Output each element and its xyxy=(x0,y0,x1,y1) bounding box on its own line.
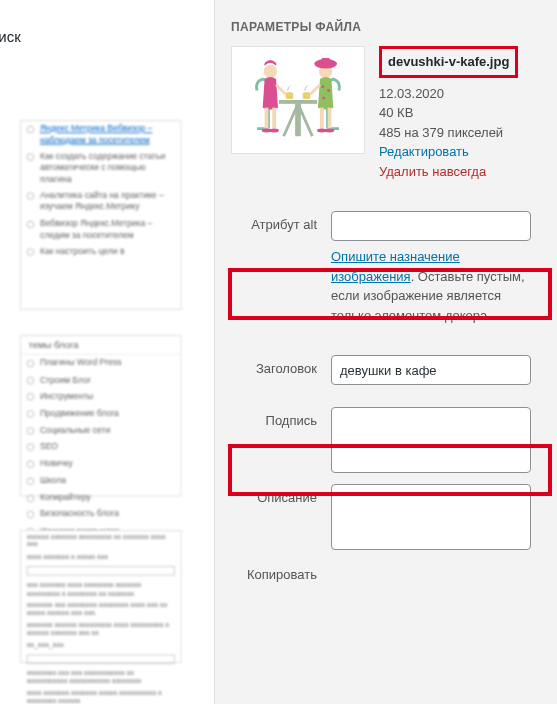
svg-rect-3 xyxy=(286,92,294,99)
svg-point-19 xyxy=(325,129,335,133)
description-input[interactable] xyxy=(331,484,531,550)
alt-input[interactable] xyxy=(331,211,531,241)
edit-image-link[interactable]: Редактировать xyxy=(379,142,518,162)
alt-label: Атрибут alt xyxy=(231,211,331,232)
svg-point-14 xyxy=(327,89,330,92)
file-info-row: devushki-v-kafe.jpg 12.03.2020 40 КВ 485… xyxy=(231,46,543,181)
title-row: Заголовок xyxy=(231,355,543,385)
delete-permanently-link[interactable]: Удалить навсегда xyxy=(379,162,518,182)
file-meta: devushki-v-kafe.jpg 12.03.2020 40 КВ 485… xyxy=(379,46,518,181)
alt-help-text: Опишите назначение изображения. Оставьте… xyxy=(331,247,531,325)
svg-point-13 xyxy=(321,85,324,88)
description-row: Описание xyxy=(231,484,543,553)
caption-label: Подпись xyxy=(231,407,331,428)
title-label: Заголовок xyxy=(231,355,331,376)
preview-block-2: темы блога Плагины Word Press Строим Бло… xyxy=(20,335,182,497)
svg-rect-6 xyxy=(265,108,269,129)
svg-point-9 xyxy=(269,129,279,133)
thumbnail-image-icon xyxy=(236,51,360,149)
copy-row: Копировать xyxy=(231,561,543,582)
alt-row: Атрибут alt Опишите назначение изображен… xyxy=(231,211,543,325)
file-date: 12.03.2020 xyxy=(379,84,518,104)
svg-point-5 xyxy=(264,65,277,78)
caption-input[interactable] xyxy=(331,407,531,473)
attachment-thumbnail[interactable] xyxy=(231,46,365,154)
svg-rect-4 xyxy=(303,92,311,99)
file-size: 40 КВ xyxy=(379,103,518,123)
preview-block-3: аааааа ааааааа ааааааааа аа ааааааа аааа… xyxy=(20,530,182,663)
left-preview-panel: оиск Яндекс Метрика Вебвизор – наблюдаем… xyxy=(0,0,210,704)
file-dimensions: 485 на 379 пикселей xyxy=(379,123,518,143)
section-title: ПАРАМЕТРЫ ФАЙЛА xyxy=(231,20,543,34)
svg-rect-17 xyxy=(328,108,332,129)
svg-point-15 xyxy=(322,97,325,100)
svg-rect-16 xyxy=(320,108,324,129)
attachment-details-panel: ПАРАМЕТРЫ ФАЙЛА xyxy=(215,0,557,704)
title-input[interactable] xyxy=(331,355,531,385)
svg-rect-12 xyxy=(322,58,330,64)
description-label: Описание xyxy=(231,484,331,505)
caption-row: Подпись xyxy=(231,407,543,476)
preview-block-1: Яндекс Метрика Вебвизор – наблюдаем за п… xyxy=(20,120,182,310)
copy-label: Копировать xyxy=(231,561,331,582)
filename: devushki-v-kafe.jpg xyxy=(379,46,518,78)
search-label: оиск xyxy=(0,28,21,45)
svg-rect-7 xyxy=(272,108,276,129)
